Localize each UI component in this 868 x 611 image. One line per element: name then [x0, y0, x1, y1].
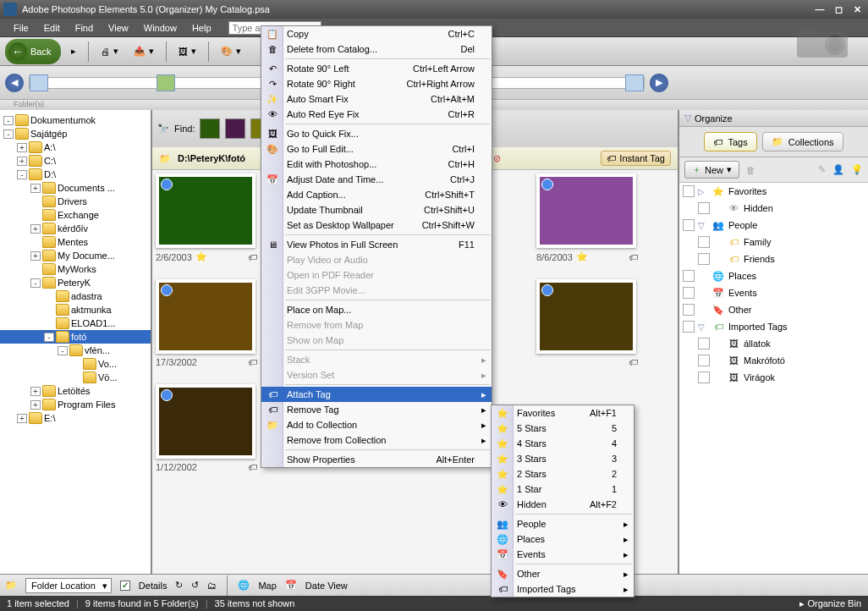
trash-icon[interactable]: 🗑 — [746, 165, 755, 175]
menu-item[interactable]: ⭐FavoritesAlt+F1 — [492, 405, 634, 421]
menu-view[interactable]: View — [102, 21, 135, 35]
tree-node[interactable]: +Documents ... — [0, 181, 151, 195]
tags-tab[interactable]: 🏷 Tags — [704, 132, 756, 151]
menu-item[interactable]: 📅Adjust Date and Time...Ctrl+J — [261, 172, 492, 187]
menu-item[interactable]: Remove from Collection▸ — [261, 432, 492, 448]
tree-expander[interactable]: + — [30, 184, 41, 193]
photo-thumbnail[interactable]: 2/6/2003⭐🏷 — [156, 173, 257, 262]
menu-item[interactable]: 🏷Remove Tag▸ — [261, 402, 492, 417]
menu-item[interactable]: ⭐4 Stars4 — [492, 436, 634, 451]
tag-row[interactable]: 🖼Makrófotó — [679, 352, 868, 369]
tree-node[interactable]: +A:\ — [0, 140, 151, 154]
tree-node[interactable]: +Letöltés — [0, 384, 151, 398]
tag-row[interactable]: 🖼Virágok — [679, 369, 868, 386]
details-checkbox[interactable]: ✓ — [120, 581, 130, 591]
tag-row[interactable]: 🔖Other — [679, 301, 868, 318]
menu-item[interactable]: ⭐5 Stars5 — [492, 421, 634, 436]
menu-item[interactable]: 🎨Go to Full Edit...Ctrl+I — [261, 141, 492, 157]
tag-checkbox[interactable] — [683, 185, 695, 197]
menu-item[interactable]: 👥People▸ — [492, 516, 634, 531]
menu-item[interactable]: Add Caption...Ctrl+Shift+T — [261, 187, 492, 202]
tree-expander[interactable]: - — [44, 333, 54, 342]
photo-thumbnail[interactable]: 1/12/2002🏷 — [156, 384, 257, 472]
tag-row[interactable]: ▷⭐Favorites — [679, 183, 868, 200]
menu-item[interactable]: ✨Auto Smart FixCtrl+Alt+M — [261, 91, 492, 107]
tree-node[interactable]: ELOAD1... — [0, 317, 151, 330]
collections-tab[interactable]: 📁 Collections — [762, 132, 843, 151]
tag-row[interactable]: 🌐Places — [679, 267, 868, 284]
timeline-prev-button[interactable]: ◀ — [5, 74, 24, 92]
tree-node[interactable]: +kérdőív — [0, 222, 151, 235]
menu-edit[interactable]: Edit — [37, 21, 67, 35]
menu-item[interactable]: 🏷Imported Tags▸ — [492, 581, 634, 597]
menu-item[interactable]: 📁Add to Collection▸ — [261, 417, 492, 432]
tree-node[interactable]: Vö... — [0, 371, 151, 384]
menu-item[interactable]: 🔖Other▸ — [492, 566, 634, 581]
tag-row[interactable]: 🏷Family — [679, 234, 868, 250]
menu-item[interactable]: Place on Map... — [261, 302, 492, 317]
tag-checkbox[interactable] — [698, 355, 710, 366]
tag-checkbox[interactable] — [683, 270, 695, 282]
print-button[interactable]: 🖨▾ — [96, 42, 124, 60]
menu-item[interactable]: Update ThumbnailCtrl+Shift+U — [261, 202, 492, 217]
menu-item[interactable]: Show PropertiesAlt+Enter — [261, 452, 492, 467]
tag-checkbox[interactable] — [683, 287, 695, 299]
tag-checkbox[interactable] — [683, 304, 695, 316]
maximize-button[interactable]: ◻ — [831, 4, 846, 15]
tree-expander[interactable]: - — [30, 278, 41, 288]
tree-expander[interactable]: - — [3, 116, 14, 125]
tree-expander[interactable]: - — [17, 170, 27, 179]
edit-button[interactable]: 🎨▾ — [216, 42, 246, 60]
tag-expander[interactable]: ▽ — [698, 221, 708, 230]
menu-item[interactable]: Set as Desktop WallpaperCtrl+Shift+W — [261, 217, 492, 233]
instant-tag-button[interactable]: 🏷 Instant Tag — [601, 151, 671, 166]
tree-node[interactable]: +Program Files — [0, 398, 151, 411]
tree-expander[interactable]: + — [30, 251, 41, 261]
tree-node[interactable]: adastra — [0, 289, 151, 303]
share-button[interactable]: 📤▾ — [129, 42, 159, 60]
menu-window[interactable]: Window — [137, 21, 184, 35]
tree-node[interactable]: Mentes — [0, 235, 151, 249]
folder-tree[interactable]: -Dokumentumok-Sajátgép+A:\+C:\-D:\+Docum… — [0, 110, 151, 604]
timeline-marker-start[interactable] — [30, 74, 48, 91]
tag-row[interactable]: ▽🏷Imported Tags — [679, 318, 868, 335]
tag-expander[interactable]: ▷ — [698, 187, 708, 196]
forward-button[interactable]: ▸ — [66, 42, 81, 60]
menu-item[interactable]: 📅Events▸ — [492, 547, 634, 562]
tag-expander[interactable]: ▽ — [698, 322, 708, 332]
tag-row[interactable]: ▽👥People — [679, 217, 868, 234]
menu-item[interactable]: ⭐1 Star1 — [492, 482, 634, 497]
map-label[interactable]: Map — [258, 581, 276, 591]
hint-icon[interactable]: 💡 — [851, 164, 863, 175]
tree-node[interactable]: Exchange — [0, 208, 151, 222]
tree-node[interactable]: Drivers — [0, 195, 151, 208]
menu-item[interactable]: 🌐Places▸ — [492, 531, 634, 547]
new-tag-button[interactable]: ＋ New ▾ — [684, 161, 739, 179]
close-button[interactable]: ✕ — [849, 4, 865, 15]
tree-expander[interactable]: - — [3, 129, 14, 139]
tag-checkbox[interactable] — [698, 372, 710, 383]
timeline-marker-active[interactable] — [157, 74, 175, 91]
menu-find[interactable]: Find — [69, 21, 100, 35]
find-faces-icon[interactable]: 👤 — [832, 164, 844, 175]
date-view-label[interactable]: Date View — [305, 581, 348, 591]
menu-item[interactable]: ↷Rotate 90° RightCtrl+Right Arrow — [261, 76, 492, 91]
photo-thumbnail[interactable]: 8/6/2003⭐🏷 — [536, 173, 638, 262]
tree-node[interactable]: -Dokumentumok — [0, 113, 151, 127]
tree-node[interactable]: -Sajátgép — [0, 127, 151, 140]
menu-item[interactable]: ↶Rotate 90° LeftCtrl+Left Arrow — [261, 61, 492, 76]
tree-expander[interactable]: + — [30, 387, 41, 396]
photo-thumbnail[interactable]: 🏷 — [536, 279, 638, 367]
menu-item[interactable]: 📋CopyCtrl+C — [261, 26, 492, 41]
find-criteria-thumb[interactable] — [225, 118, 245, 139]
timeline-next-button[interactable]: ▶ — [650, 74, 668, 92]
tag-row[interactable]: 🖼állatok — [679, 335, 868, 352]
timeline-marker-end[interactable] — [625, 74, 644, 91]
tree-node[interactable]: -fotó — [0, 330, 151, 344]
edit-icon[interactable]: ✎ — [818, 164, 826, 175]
tag-row[interactable]: 📅Events — [679, 284, 868, 301]
tag-checkbox[interactable] — [683, 321, 695, 333]
find-criteria-thumb[interactable] — [200, 118, 220, 139]
photo-thumbnail[interactable]: 17/3/2002🏷 — [156, 279, 257, 367]
tree-expander[interactable]: + — [17, 157, 27, 166]
